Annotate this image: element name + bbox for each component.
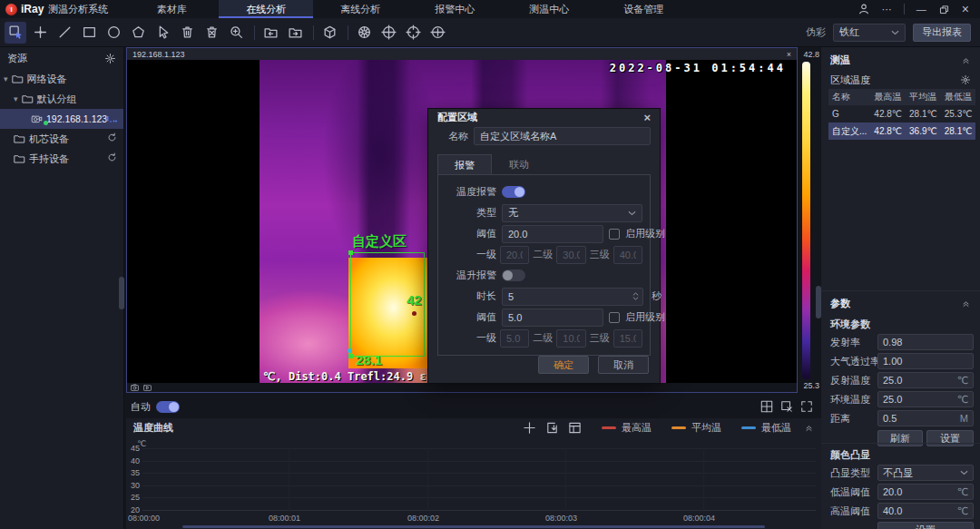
- duration-spinner[interactable]: [632, 292, 639, 300]
- more-menu-icon[interactable]: ⋯: [882, 4, 892, 15]
- viewer-close-icon[interactable]: ×: [787, 50, 791, 59]
- nav-tab-alarm-center[interactable]: 报警中心: [407, 0, 502, 18]
- pick-tool-icon[interactable]: [152, 22, 173, 44]
- roi-handle[interactable]: [348, 250, 353, 255]
- nav-tab-material[interactable]: 素材库: [124, 0, 219, 18]
- level2-input[interactable]: [556, 246, 585, 264]
- nav-tab-measure-center[interactable]: 测温中心: [502, 0, 596, 18]
- legend-avg[interactable]: 平均温: [671, 421, 721, 435]
- rise-enable-level-checkbox[interactable]: [609, 312, 620, 323]
- highlight-set-button[interactable]: 设置: [877, 522, 974, 529]
- table-view-icon[interactable]: [568, 421, 582, 435]
- region-settings-gear-icon[interactable]: [960, 74, 971, 85]
- ok-button[interactable]: 确定: [538, 356, 589, 374]
- legend-min[interactable]: 最低温: [741, 421, 791, 435]
- center-crosshair-icon[interactable]: [402, 22, 424, 44]
- sidebar-item-handheld-devices[interactable]: 手持设备: [0, 149, 123, 169]
- record-video-icon[interactable]: [143, 384, 152, 391]
- rightpanel-collapse-handle[interactable]: [816, 286, 821, 318]
- user-icon[interactable]: [858, 3, 870, 15]
- close-window-icon[interactable]: [780, 400, 793, 413]
- auto-toggle[interactable]: [156, 401, 180, 413]
- enable-level-checkbox[interactable]: [609, 229, 620, 240]
- layout-grid-icon[interactable]: [760, 400, 773, 413]
- sidebar-settings-gear-icon[interactable]: [104, 53, 116, 64]
- cube-3d-icon[interactable]: [318, 22, 340, 44]
- rectangle-tool-icon[interactable]: [78, 22, 100, 44]
- clear-all-tool-icon[interactable]: [201, 22, 222, 44]
- alarm-type-select[interactable]: 无: [502, 204, 642, 222]
- rise-level1-input[interactable]: [500, 329, 529, 348]
- refresh-icon[interactable]: [107, 152, 117, 162]
- delete-tool-icon[interactable]: [176, 22, 198, 44]
- nav-tab-online-analysis[interactable]: 在线分析: [219, 0, 313, 18]
- export-file-icon[interactable]: [284, 22, 306, 44]
- center-crosshair-full-icon[interactable]: [377, 22, 399, 44]
- caret-down-icon[interactable]: ▾: [14, 94, 18, 103]
- export-report-button[interactable]: 导出报表: [913, 24, 971, 42]
- rise-level2-input[interactable]: [556, 329, 585, 348]
- cancel-button[interactable]: 取消: [598, 356, 649, 374]
- circle-tool-icon[interactable]: [103, 22, 124, 44]
- temp-alarm-toggle[interactable]: [502, 186, 525, 198]
- sidebar-item-core-devices[interactable]: 机芯设备: [0, 129, 123, 149]
- rise-level3-input[interactable]: [613, 329, 642, 348]
- tab-linkage[interactable]: 联动: [492, 154, 546, 174]
- roi-name-label: 自定义区: [352, 233, 407, 250]
- duration-input[interactable]: [502, 288, 643, 306]
- center-crosshair-horizontal-icon[interactable]: [426, 22, 448, 44]
- snapshot-camera-icon[interactable]: [131, 384, 139, 391]
- reflected-temp-field[interactable]: 25.0℃: [877, 372, 974, 388]
- refresh-button[interactable]: 刷新: [877, 430, 923, 446]
- level1-input[interactable]: [500, 246, 529, 264]
- high-threshold-field[interactable]: 40.0℃: [877, 503, 974, 519]
- tab-alarm[interactable]: 报警: [437, 154, 492, 174]
- export-curve-icon[interactable]: [545, 421, 559, 435]
- roi-max-marker: [412, 311, 416, 316]
- params-set-button[interactable]: 设置: [926, 430, 974, 446]
- chart-collapse-chevrons-icon[interactable]: [804, 423, 814, 432]
- threshold-input[interactable]: [502, 225, 603, 243]
- line-tool-icon[interactable]: [54, 22, 75, 44]
- select-tool-icon[interactable]: [5, 22, 26, 44]
- rise-threshold-input[interactable]: [502, 309, 603, 327]
- threshold-label: 阈值: [446, 227, 496, 240]
- highlight-type-select[interactable]: 不凸显: [877, 465, 974, 481]
- region-name-input[interactable]: [474, 127, 651, 145]
- rise-alarm-toggle[interactable]: [502, 269, 525, 281]
- sidebar-item-network-devices[interactable]: ▾ 网络设备: [0, 69, 123, 89]
- chart-scrollbar[interactable]: [182, 525, 765, 528]
- ambient-temp-field[interactable]: 25.0℃: [877, 391, 974, 407]
- refresh-icon[interactable]: [107, 132, 117, 142]
- legend-max[interactable]: 最高温: [602, 421, 652, 435]
- sidebar-item-default-group[interactable]: ▾ 默认分组: [0, 89, 123, 109]
- low-threshold-field[interactable]: 20.0℃: [877, 484, 974, 500]
- roi-handle[interactable]: [348, 354, 353, 358]
- isotherm-wheel-icon[interactable]: [353, 22, 375, 44]
- sidebar-item-device-192-168-1-123[interactable]: 192.168.1.123: [0, 109, 123, 129]
- pseudo-color-select[interactable]: 铁红: [833, 24, 906, 42]
- transmittance-field[interactable]: 1.00: [877, 353, 974, 369]
- caret-down-icon[interactable]: ▾: [4, 74, 8, 83]
- dialog-close-icon[interactable]: ×: [643, 111, 651, 124]
- point-tool-icon[interactable]: [29, 22, 51, 44]
- add-curve-icon[interactable]: [523, 421, 536, 435]
- emissivity-field[interactable]: 0.98: [877, 334, 974, 350]
- collapse-chevrons-icon[interactable]: [961, 299, 971, 308]
- sidebar-collapse-handle[interactable]: [119, 277, 124, 309]
- restore-button[interactable]: [938, 4, 950, 15]
- zoom-tool-icon[interactable]: [225, 22, 247, 44]
- fullscreen-icon[interactable]: [800, 400, 813, 413]
- collapse-chevrons-icon[interactable]: [961, 55, 971, 64]
- import-file-icon[interactable]: [260, 22, 281, 44]
- table-row-selected[interactable]: 自定义... 42.8℃ 36.9℃ 28.1℃: [828, 122, 975, 140]
- nav-tab-device-manage[interactable]: 设备管理: [596, 0, 691, 18]
- nav-tab-offline-analysis[interactable]: 离线分析: [313, 0, 407, 18]
- polygon-tool-icon[interactable]: [127, 22, 149, 44]
- level3-input[interactable]: [613, 246, 642, 264]
- minimize-button[interactable]: —: [916, 4, 926, 15]
- close-button[interactable]: ×: [962, 2, 969, 16]
- table-row[interactable]: G 42.8℃ 28.1℃ 25.3℃: [828, 105, 975, 122]
- level1-label: 一级: [446, 248, 496, 261]
- distance-field[interactable]: 0.5M: [877, 410, 974, 426]
